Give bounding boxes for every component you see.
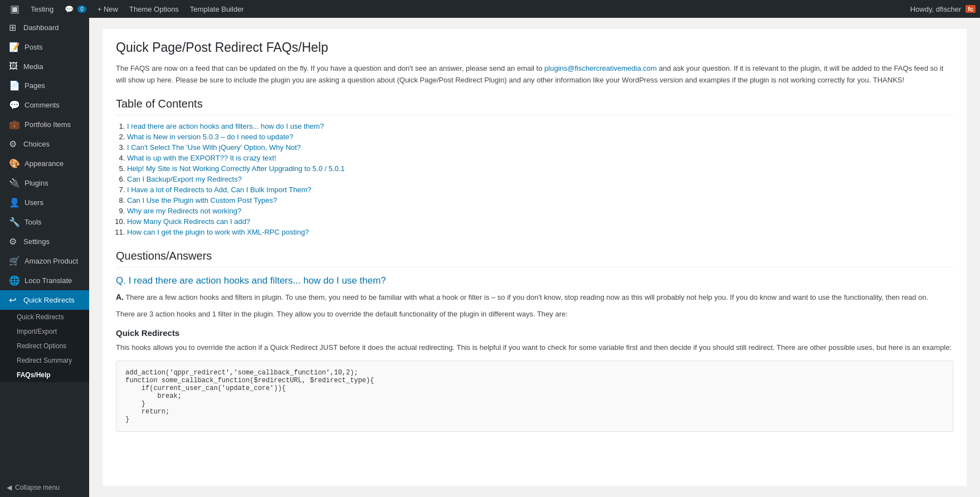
toc-link[interactable]: How Many Quick Redirects can I add? <box>127 217 250 226</box>
main-content: Quick Page/Post Redirect FAQs/Help The F… <box>89 18 980 497</box>
sidebar-item-tools[interactable]: 🔧 Tools <box>0 212 89 232</box>
sidebar-item-plugins[interactable]: 🔌 Plugins <box>0 173 89 193</box>
qa-section-title: Questions/Answers <box>116 250 953 267</box>
sidebar-label-users: Users <box>25 198 43 207</box>
qa-answer-1: A. There are a few action hooks and filt… <box>116 292 953 304</box>
toc-item: What is up with the EXPORT?? It is crazy… <box>127 154 953 162</box>
qa-answer-text-1: There are a few action hooks and filters… <box>125 293 928 301</box>
toc-item: How can I get the plugin to work with XM… <box>127 228 953 236</box>
amazon-icon: 🛒 <box>9 256 20 266</box>
sidebar-sub-label-ro: Redirect Options <box>17 342 66 350</box>
new-label: + New <box>97 5 118 13</box>
sidebar-sub-import-export[interactable]: Import/Export <box>0 324 89 339</box>
toc-item: I read there are action hooks and filter… <box>127 122 953 130</box>
sidebar-item-dashboard[interactable]: ⊞ Dashboard <box>0 18 89 37</box>
template-builder-item[interactable]: Template Builder <box>184 0 250 18</box>
toc-item: Can I Use the Plugin with Custom Post Ty… <box>127 196 953 204</box>
toc-item: What is New in version 5.0.3 – do I need… <box>127 133 953 141</box>
posts-icon: 📝 <box>9 42 20 52</box>
action-title-1: Quick Redirects <box>116 328 953 338</box>
toc-link[interactable]: I read there are action hooks and filter… <box>127 122 324 130</box>
sidebar-item-amazon[interactable]: 🛒 Amazon Product <box>0 251 89 271</box>
sidebar-item-choices[interactable]: ⚙ Choices <box>0 134 89 154</box>
portfolio-icon: 💼 <box>9 119 20 130</box>
sidebar-item-users[interactable]: 👤 Users <box>0 193 89 212</box>
sidebar-label-posts: Posts <box>25 43 43 51</box>
site-name-item[interactable]: Testing <box>25 0 59 18</box>
sidebar-item-media[interactable]: 🖼 Media <box>0 57 89 76</box>
intro-email-link[interactable]: plugins@fischercreativemedia.com <box>544 64 657 72</box>
sidebar-label-media: Media <box>23 62 43 71</box>
sidebar-item-portfolio[interactable]: 💼 Portfolio Items <box>0 115 89 134</box>
toc-link[interactable]: What is up with the EXPORT?? It is crazy… <box>127 154 276 162</box>
sidebar-sub-faqs[interactable]: FAQs/Help <box>0 368 89 382</box>
pages-icon: 📄 <box>9 80 20 91</box>
sidebar-label-comments: Comments <box>25 101 60 109</box>
toc-link[interactable]: What is New in version 5.0.3 – do I need… <box>127 133 293 141</box>
sidebar-item-appearance[interactable]: 🎨 Appearance <box>0 154 89 173</box>
toc-item: Why are my Redirects not working? <box>127 207 953 215</box>
sidebar-item-settings[interactable]: ⚙ Settings <box>0 232 89 251</box>
theme-options-item[interactable]: Theme Options <box>124 0 184 18</box>
admin-bar: ▣ Testing 💬 0 + New Theme Options Templa… <box>0 0 980 18</box>
qa-answer-label-1: A. <box>116 293 124 301</box>
comment-icon: 💬 <box>65 5 74 13</box>
sidebar-sub-quick-redirects[interactable]: Quick Redirects <box>0 310 89 324</box>
toc-link[interactable]: How can I get the plugin to work with XM… <box>127 228 309 236</box>
toc-link[interactable]: Can I Backup/Export my Redirects? <box>127 175 242 183</box>
sidebar-sub-menu: Quick Redirects Import/Export Redirect O… <box>0 310 89 382</box>
sidebar-sub-label-ie: Import/Export <box>17 328 57 335</box>
sidebar-label-portfolio: Portfolio Items <box>25 120 71 129</box>
new-item[interactable]: + New <box>92 0 124 18</box>
qa-block-1: Q. I read there are action hooks and fil… <box>116 275 953 432</box>
wp-logo-item[interactable]: ▣ <box>4 0 25 18</box>
sidebar-item-posts[interactable]: 📝 Posts <box>0 37 89 57</box>
template-builder-label: Template Builder <box>190 5 244 13</box>
loco-icon: 🌐 <box>9 275 20 286</box>
sidebar-sub-redirect-options[interactable]: Redirect Options <box>0 339 89 353</box>
sidebar-sub-label-rs: Redirect Summary <box>17 357 72 364</box>
toc-link[interactable]: Help! My Site is Not Working Correctly A… <box>127 164 345 173</box>
sidebar-item-comments[interactable]: 💬 Comments <box>0 95 89 115</box>
page-title: Quick Page/Post Redirect FAQs/Help <box>116 40 953 55</box>
toc-item: I Have a lot of Redirects to Add, Can I … <box>127 186 953 194</box>
sidebar-label-loco: Loco Translate <box>25 276 72 285</box>
appearance-icon: 🎨 <box>9 158 20 169</box>
settings-icon: ⚙ <box>9 236 19 247</box>
code-block-1: add_action('qppr_redirect','some_callbac… <box>116 360 953 432</box>
comment-count: 0 <box>77 6 86 13</box>
toc-link[interactable]: I Can't Select The 'Use With jQuery' Opt… <box>127 143 301 152</box>
sidebar-label-plugins: Plugins <box>25 179 48 187</box>
toc-list: I read there are action hooks and filter… <box>127 122 953 236</box>
sidebar-item-pages[interactable]: 📄 Pages <box>0 76 89 95</box>
sidebar-sub-label-qr: Quick Redirects <box>17 313 64 321</box>
toc-link[interactable]: Can I Use the Plugin with Custom Post Ty… <box>127 196 277 204</box>
intro-paragraph: The FAQS are now on a feed that can be u… <box>116 63 953 86</box>
tools-icon: 🔧 <box>9 217 20 227</box>
quick-redirects-icon: ↩ <box>9 295 19 305</box>
sidebar-item-loco[interactable]: 🌐 Loco Translate <box>0 271 89 290</box>
comment-item[interactable]: 💬 0 <box>59 0 92 18</box>
toc-link[interactable]: I Have a lot of Redirects to Add, Can I … <box>127 186 311 194</box>
sidebar-label-choices: Choices <box>23 140 50 148</box>
sidebar-label-settings: Settings <box>23 237 50 246</box>
choices-icon: ⚙ <box>9 139 19 149</box>
dashboard-icon: ⊞ <box>9 22 19 33</box>
wp-logo-icon: ▣ <box>10 3 19 15</box>
sidebar-label-quick-redirects: Quick Redirects <box>23 296 75 304</box>
collapse-menu-button[interactable]: ◀ Collapse menu <box>0 478 89 497</box>
sidebar-sub-label-faqs: FAQs/Help <box>17 371 51 379</box>
sidebar-label-pages: Pages <box>25 81 45 90</box>
sidebar-label-appearance: Appearance <box>25 159 64 168</box>
collapse-icon: ◀ <box>7 484 12 491</box>
toc-link[interactable]: Why are my Redirects not working? <box>127 207 241 215</box>
content-wrap: Quick Page/Post Redirect FAQs/Help The F… <box>103 29 967 486</box>
sidebar-item-quick-redirects[interactable]: ↩ Quick Redirects <box>0 290 89 310</box>
user-greeting: Howdy, dfischer <box>910 5 962 13</box>
comments-icon: 💬 <box>9 100 20 110</box>
media-icon: 🖼 <box>9 61 19 71</box>
sidebar-label-dashboard: Dashboard <box>23 23 59 32</box>
sidebar-sub-redirect-summary[interactable]: Redirect Summary <box>0 353 89 368</box>
user-avatar-badge: fc <box>966 5 976 13</box>
sidebar-label-amazon: Amazon Product <box>25 257 78 265</box>
